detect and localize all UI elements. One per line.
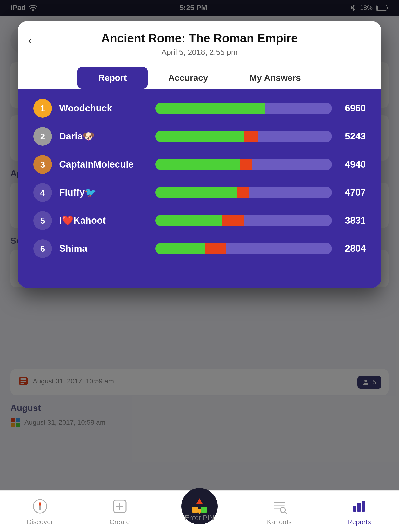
tab-my-answers[interactable]: My Answers <box>229 67 322 89</box>
score-value-6: 2804 <box>340 243 366 254</box>
score-bar-red-6 <box>205 243 226 254</box>
compass-svg <box>32 498 48 514</box>
bar-chart-svg <box>351 498 367 514</box>
svg-marker-44 <box>196 498 203 504</box>
score-value-5: 3831 <box>340 215 366 226</box>
tab-accuracy[interactable]: Accuracy <box>148 67 229 89</box>
score-bar-2 <box>155 131 332 142</box>
leaderboard-row-4: 4 Fluffy🐦 4707 <box>33 183 366 202</box>
player-name-3: CaptainMolecule <box>59 159 148 170</box>
modal-subtitle: April 5, 2018, 2:55 pm <box>33 48 366 57</box>
modal-header: ‹ Ancient Rome: The Roman Empire April 5… <box>18 21 381 89</box>
nav-enter-pin[interactable]: Enter PIN <box>159 498 239 524</box>
plus-square-svg <box>112 498 128 514</box>
leaderboard-row-2: 2 Daria🐶 5243 <box>33 127 366 146</box>
score-bar-red-4 <box>237 187 249 198</box>
bottom-nav: Discover Create Enter PIN <box>0 490 399 532</box>
back-button[interactable]: ‹ <box>28 34 32 47</box>
svg-rect-53 <box>353 506 356 512</box>
svg-rect-47 <box>201 507 207 513</box>
score-bar-red-3 <box>240 159 252 170</box>
nav-kahoots[interactable]: Kahoots <box>240 497 319 526</box>
plus-square-icon <box>111 497 129 515</box>
shapes-icon <box>189 496 210 517</box>
nav-reports[interactable]: Reports <box>319 497 399 526</box>
modal-body: 1 Woodchuck 6960 2 Daria🐶 5243 3 <box>18 89 381 288</box>
modal-tabs: Report Accuracy My Answers <box>33 67 366 89</box>
rank-badge-6: 6 <box>33 239 52 258</box>
leaderboard-row-3: 3 CaptainMolecule 4940 <box>33 155 366 174</box>
nav-discover[interactable]: Discover <box>0 497 80 526</box>
score-value-1: 6960 <box>340 103 366 114</box>
score-bar-5 <box>155 215 332 226</box>
rank-badge-3: 3 <box>33 155 52 174</box>
score-bar-1 <box>155 103 332 114</box>
score-bar-3 <box>155 159 332 170</box>
score-value-3: 4940 <box>340 159 366 170</box>
leaderboard-row-5: 5 I❤️Kahoot 3831 <box>33 211 366 230</box>
rank-badge-1: 1 <box>33 99 52 118</box>
score-bar-4 <box>155 187 332 198</box>
nav-create-label: Create <box>110 518 130 526</box>
svg-rect-46 <box>192 507 198 513</box>
player-name-1: Woodchuck <box>59 103 148 114</box>
score-bar-green-6 <box>155 243 205 254</box>
report-modal: ‹ Ancient Rome: The Roman Empire April 5… <box>18 21 381 288</box>
score-bar-green-1 <box>155 103 265 114</box>
score-bar-green-2 <box>155 131 244 142</box>
score-bar-red-5 <box>222 215 244 226</box>
nav-discover-label: Discover <box>27 518 53 526</box>
svg-point-38 <box>39 505 41 507</box>
leaderboard-row-1: 1 Woodchuck 6960 <box>33 99 366 118</box>
nav-reports-label: Reports <box>347 518 371 526</box>
svg-line-52 <box>285 512 287 514</box>
modal-overlay: ‹ Ancient Rome: The Roman Empire April 5… <box>0 0 399 532</box>
nav-kahoots-label: Kahoots <box>267 518 292 526</box>
score-value-4: 4707 <box>340 187 366 198</box>
rank-badge-5: 5 <box>33 211 52 230</box>
compass-icon <box>31 497 49 515</box>
list-svg <box>271 498 287 514</box>
score-bar-green-3 <box>155 159 240 170</box>
nav-create[interactable]: Create <box>80 497 159 526</box>
nav-enter-pin-label: Enter PIN <box>185 514 214 522</box>
svg-rect-54 <box>357 503 361 512</box>
player-name-4: Fluffy🐦 <box>59 187 148 198</box>
player-name-2: Daria🐶 <box>59 131 148 142</box>
svg-marker-39 <box>39 501 41 506</box>
score-bar-6 <box>155 243 332 254</box>
svg-rect-55 <box>362 501 365 512</box>
list-icon <box>270 497 288 515</box>
score-bar-red-2 <box>244 131 258 142</box>
leaderboard-row-6: 6 Shima 2804 <box>33 239 366 258</box>
bar-chart-icon <box>350 497 368 515</box>
score-value-2: 5243 <box>340 131 366 142</box>
rank-badge-4: 4 <box>33 183 52 202</box>
svg-marker-40 <box>39 507 41 511</box>
score-bar-green-5 <box>155 215 222 226</box>
player-name-6: Shima <box>59 243 148 254</box>
modal-title: Ancient Rome: The Roman Empire <box>33 31 366 45</box>
score-bar-green-4 <box>155 187 237 198</box>
rank-badge-2: 2 <box>33 127 52 146</box>
player-name-5: I❤️Kahoot <box>59 215 148 226</box>
tab-report[interactable]: Report <box>77 67 148 89</box>
